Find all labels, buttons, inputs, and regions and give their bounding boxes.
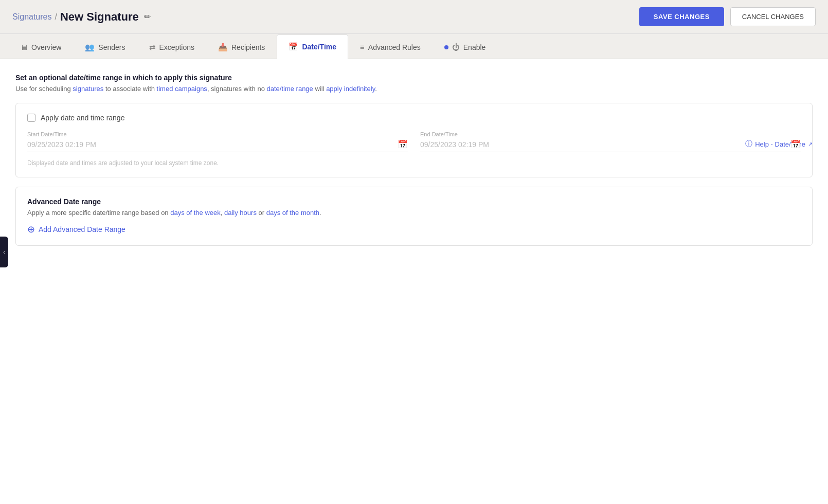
main-content: Set an optional date/time range in which… <box>0 59 828 504</box>
overview-icon: 🖥 <box>20 43 28 51</box>
end-calendar-icon[interactable]: 📅 <box>790 139 801 149</box>
apply-date-range-row: Apply date and time range <box>27 114 801 122</box>
external-link-icon: ↗ <box>808 141 813 148</box>
edit-icon[interactable]: ✏ <box>144 12 151 22</box>
advanced-date-range-card: Advanced Date range Apply a more specifi… <box>15 187 813 246</box>
tab-enable[interactable]: ⏻ Enable <box>433 34 498 59</box>
section-subtitle: Use for scheduling signatures to associa… <box>15 85 813 93</box>
start-input-wrap: 📅 <box>27 139 408 152</box>
breadcrumb: Signatures / New Signature ✏ <box>12 10 151 24</box>
timezone-note: Displayed date and times are adjusted to… <box>27 159 801 167</box>
start-field-label: Start Date/Time <box>27 131 408 137</box>
section-header: Set an optional date/time range in which… <box>15 74 813 93</box>
tab-senders[interactable]: 👥 Senders <box>73 34 137 59</box>
page-title: New Signature <box>60 10 139 24</box>
start-calendar-icon[interactable]: 📅 <box>398 139 408 149</box>
tab-datetime-label: Date/Time <box>302 43 336 51</box>
header: Signatures / New Signature ✏ SAVE CHANGE… <box>0 0 828 34</box>
advanced-card-subtitle: Apply a more specific date/time range ba… <box>27 209 801 217</box>
end-datetime-input[interactable] <box>420 140 790 149</box>
apply-date-range-label: Apply date and time range <box>41 114 124 122</box>
tab-overview[interactable]: 🖥 Overview <box>8 34 73 59</box>
date-range-card: Apply date and time range Start Date/Tim… <box>15 103 813 177</box>
side-handle[interactable]: ‹ <box>0 237 8 267</box>
end-input-wrap: 📅 <box>420 139 801 152</box>
end-datetime-field: End Date/Time 📅 <box>420 131 801 152</box>
date-time-row: Start Date/Time 📅 End Date/Time 📅 <box>27 131 801 152</box>
senders-icon: 👥 <box>85 43 95 52</box>
enable-dot <box>444 45 448 49</box>
datetime-icon: 📅 <box>289 42 298 51</box>
add-advanced-date-range-label: Add Advanced Date Range <box>39 225 125 233</box>
advanced-rules-icon: ≡ <box>360 43 365 51</box>
tab-exceptions[interactable]: ⇄ Exceptions <box>137 34 206 59</box>
tab-advanced-rules-label: Advanced Rules <box>368 43 421 51</box>
end-field-label: End Date/Time <box>420 131 801 137</box>
header-buttons: SAVE CHANGES CANCEL CHANGES <box>639 7 816 26</box>
enable-icon: ⏻ <box>452 43 460 51</box>
section-title: Set an optional date/time range in which… <box>15 74 813 82</box>
tab-overview-label: Overview <box>31 43 61 51</box>
cancel-button[interactable]: CANCEL CHANGES <box>730 7 816 26</box>
tab-recipients[interactable]: 📥 Recipients <box>206 34 277 59</box>
start-datetime-input[interactable] <box>27 140 398 149</box>
tab-exceptions-label: Exceptions <box>159 43 194 51</box>
apply-date-range-checkbox[interactable] <box>27 114 35 122</box>
add-advanced-date-range-button[interactable]: ⊕ Add Advanced Date Range <box>27 224 125 235</box>
tab-advanced-rules[interactable]: ≡ Advanced Rules <box>348 34 433 59</box>
advanced-card-title: Advanced Date range <box>27 197 801 206</box>
tabs-bar: 🖥 Overview 👥 Senders ⇄ Exceptions 📥 Reci… <box>0 34 828 59</box>
tab-enable-label: Enable <box>463 43 486 51</box>
tab-datetime[interactable]: 📅 Date/Time <box>277 34 348 59</box>
save-button[interactable]: SAVE CHANGES <box>639 7 724 26</box>
plus-circle-icon: ⊕ <box>27 224 35 235</box>
tab-senders-label: Senders <box>98 43 125 51</box>
start-datetime-field: Start Date/Time 📅 <box>27 131 408 152</box>
breadcrumb-separator: / <box>55 12 57 22</box>
exceptions-icon: ⇄ <box>149 43 156 52</box>
breadcrumb-link[interactable]: Signatures <box>12 12 52 22</box>
recipients-icon: 📥 <box>218 43 228 52</box>
tab-recipients-label: Recipients <box>231 43 265 51</box>
